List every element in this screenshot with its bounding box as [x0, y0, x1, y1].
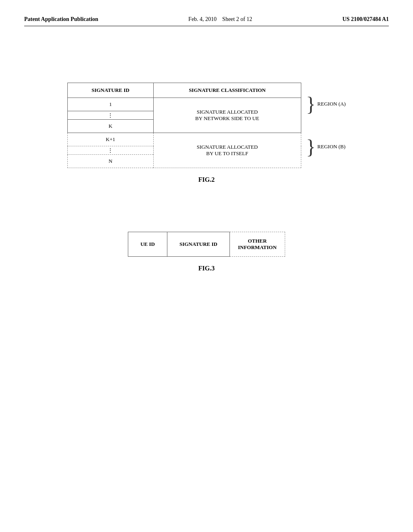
fig2-caption: FIG.2 [198, 176, 215, 183]
sig-id-dots-b: ⋮ [67, 146, 153, 155]
fig2-table-with-labels: SIGNATURE ID SIGNATURE CLASSIFICATION 1 … [67, 83, 346, 168]
fig3-section: UE ID SIGNATURE ID OTHER INFORMATION FIG… [24, 232, 389, 272]
region-b-text: REGION (B) [317, 143, 346, 150]
table-header-row: SIGNATURE ID SIGNATURE CLASSIFICATION [67, 83, 301, 98]
header-patent-number: US 2100/027484 A1 [342, 16, 389, 23]
region-labels: } REGION (A) } REGION (B) [306, 83, 346, 168]
fig3-table: UE ID SIGNATURE ID OTHER INFORMATION [128, 232, 285, 257]
page-header: Patent Application Publication Feb. 4, 2… [24, 16, 389, 26]
sig-id-n: N [67, 155, 153, 168]
sig-id-cell: 1 [67, 98, 153, 111]
header-date: Feb. 4, 2010 Sheet 2 of 12 [188, 16, 252, 23]
sig-id-k: K [67, 120, 153, 133]
region-b-bracket-icon: } [306, 137, 316, 157]
fig2-table: SIGNATURE ID SIGNATURE CLASSIFICATION 1 … [67, 83, 301, 168]
fig2-section: SIGNATURE ID SIGNATURE CLASSIFICATION 1 … [24, 83, 389, 183]
page-container: Patent Application Publication Feb. 4, 2… [0, 0, 413, 532]
sig-id-dots: ⋮ [67, 111, 153, 120]
fig3-other-info: OTHER INFORMATION [229, 232, 285, 257]
sig-id-k1: K+1 [67, 133, 153, 146]
region-a-bracket-icon: } [306, 94, 316, 114]
table-row: K+1 SIGNATURE ALLOCATEDBY UE TO ITSELF [67, 133, 301, 146]
fig3-table-container: UE ID SIGNATURE ID OTHER INFORMATION [128, 232, 285, 257]
classification-ue-cell: SIGNATURE ALLOCATEDBY UE TO ITSELF [154, 133, 301, 168]
region-a-text: REGION (A) [317, 101, 346, 107]
table-row: 1 SIGNATURE ALLOCATEDBY NETWORK SIDE TO … [67, 98, 301, 111]
fig3-signature-id: SIGNATURE ID [167, 232, 229, 257]
classification-network-cell: SIGNATURE ALLOCATEDBY NETWORK SIDE TO UE [154, 98, 301, 133]
fig3-row: UE ID SIGNATURE ID OTHER INFORMATION [128, 232, 285, 257]
fig3-ue-id: UE ID [128, 232, 167, 257]
fig3-caption: FIG.3 [198, 265, 215, 272]
region-b-label-container: } REGION (B) [306, 125, 346, 168]
col-signature-classification-header: SIGNATURE CLASSIFICATION [154, 83, 301, 98]
region-a-label-container: } REGION (A) [306, 83, 346, 125]
col-signature-id-header: SIGNATURE ID [67, 83, 153, 98]
header-publication-label: Patent Application Publication [24, 16, 98, 23]
